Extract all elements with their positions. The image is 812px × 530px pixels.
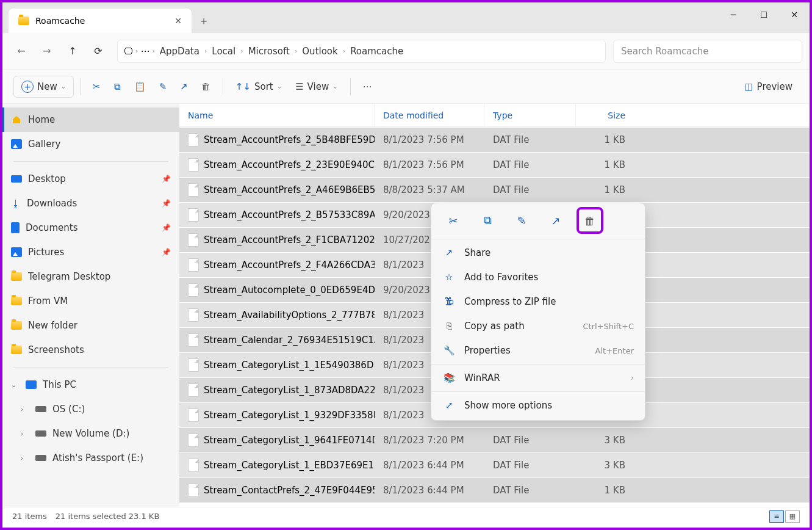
rename-button[interactable]: ✎ xyxy=(153,76,173,98)
sidebar-item-pinned[interactable]: ⭳Downloads📌 xyxy=(2,191,179,216)
file-size: 1 KB xyxy=(576,159,634,170)
minimize-button[interactable]: ─ xyxy=(718,2,749,27)
ctx-more-options[interactable]: ⤢ Show more options xyxy=(431,393,645,418)
chevron-right-icon[interactable]: › xyxy=(21,454,29,462)
crumb[interactable]: AppData xyxy=(157,46,202,57)
close-button[interactable]: ✕ xyxy=(779,2,810,27)
new-tab-button[interactable]: ＋ xyxy=(192,9,216,33)
copy-button[interactable]: ⧉ xyxy=(108,76,127,98)
folder-icon xyxy=(11,272,22,281)
file-icon xyxy=(188,383,199,397)
chevron-down-icon[interactable]: ⌄ xyxy=(11,381,20,389)
breadcrumb[interactable]: 🖵 › ⋯ › AppData› Local› Microsoft› Outlo… xyxy=(117,40,606,63)
table-row[interactable]: Stream_AccountPrefs_2_A46E9B6EB5DB2...8/… xyxy=(179,177,810,202)
path-icon: ⎘ xyxy=(442,321,456,332)
sort-button[interactable]: ↑↓ Sort ⌄ xyxy=(229,76,288,98)
ctx-copy-path[interactable]: ⎘ Copy as path Ctrl+Shift+C xyxy=(431,314,645,338)
folder-icon xyxy=(11,346,22,354)
sidebar-item-pinned[interactable]: From VM xyxy=(2,289,179,313)
ctx-copy-button[interactable]: ⧉ xyxy=(476,209,498,231)
table-row[interactable]: Stream_ContactPrefs_2_47E9F044E95CA0...8… xyxy=(179,477,810,503)
view-button[interactable]: ☰ View ⌄ xyxy=(289,76,343,98)
table-row[interactable]: Stream_CategoryList_1_9641FE0714D609...8… xyxy=(179,427,810,452)
sidebar-item-drive[interactable]: ›Atish's Passport (E:) xyxy=(2,446,179,470)
refresh-button[interactable]: ⟳ xyxy=(87,40,110,63)
table-row[interactable]: Stream_AccountPrefs_2_23E90E940C61A...8/… xyxy=(179,152,810,177)
view-details-button[interactable]: ≡ xyxy=(769,510,784,523)
file-icon xyxy=(188,158,199,172)
sidebar-item-pinned[interactable]: Screenshots xyxy=(2,338,179,362)
sidebar-item-pinned[interactable]: Pictures📌 xyxy=(2,240,179,264)
crumb[interactable]: Microsoft xyxy=(246,46,292,57)
table-row[interactable]: Stream_CategoryList_1_EBD37E69E185B6...8… xyxy=(179,452,810,477)
file-type: DAT File xyxy=(484,134,576,145)
file-name: Stream_Calendar_2_76934E51519C1A4EA... xyxy=(204,335,375,346)
chevron-right-icon[interactable]: › xyxy=(21,405,29,413)
file-name: Stream_AccountPrefs_2_A46E9B6EB5DB2... xyxy=(204,184,375,195)
tab-title: Roamcache xyxy=(35,16,85,26)
delete-button[interactable]: 🗑 xyxy=(195,76,217,98)
ctx-compress[interactable]: 🗜 Compress to ZIP file xyxy=(431,289,645,314)
ctx-share-button[interactable]: ↗ xyxy=(545,209,567,231)
sidebar-item-pinned[interactable]: Documents📌 xyxy=(2,216,179,240)
view-icons-button[interactable]: ▦ xyxy=(785,510,800,523)
file-name: Stream_CategoryList_1_9641FE0714D609... xyxy=(204,435,375,446)
chevron-right-icon[interactable]: › xyxy=(21,430,29,438)
crumb[interactable]: Outlook xyxy=(300,46,340,57)
folder-icon xyxy=(11,297,22,305)
close-tab-icon[interactable]: ✕ xyxy=(174,16,182,26)
ellipsis-icon[interactable]: ⋯ xyxy=(140,46,149,57)
column-date[interactable]: Date modified xyxy=(375,104,484,126)
column-name[interactable]: Name xyxy=(179,104,375,126)
ctx-rename-button[interactable]: ✎ xyxy=(511,209,533,231)
ctx-delete-button[interactable]: 🗑 xyxy=(579,209,601,231)
sidebar-item-home[interactable]: Home xyxy=(2,107,179,132)
ctx-favorites[interactable]: ☆ Add to Favorites xyxy=(431,265,645,289)
more-button[interactable]: ⋯ xyxy=(357,76,378,98)
pin-icon: 📌 xyxy=(162,199,171,208)
star-icon: ☆ xyxy=(442,272,456,283)
column-type[interactable]: Type xyxy=(484,104,576,126)
share-button[interactable]: ↗ xyxy=(174,76,194,98)
file-type: DAT File xyxy=(484,159,576,170)
sidebar-item-drive[interactable]: ›New Volume (D:) xyxy=(2,421,179,446)
file-icon xyxy=(188,333,199,347)
forward-button[interactable]: → xyxy=(35,40,59,63)
trash-icon: 🗑 xyxy=(201,81,210,92)
ctx-cut-button[interactable]: ✂ xyxy=(442,209,464,231)
sidebar-item-drive[interactable]: ›OS (C:) xyxy=(2,397,179,421)
back-button[interactable]: ← xyxy=(10,40,33,63)
status-items: 21 items xyxy=(12,512,47,521)
file-date: 8/1/2023 7:20 PM xyxy=(375,435,484,446)
winrar-icon: 📚 xyxy=(442,372,456,383)
file-date: 8/1/2023 6:44 PM xyxy=(375,485,484,496)
column-size[interactable]: Size xyxy=(576,104,634,126)
file-size: 3 KB xyxy=(576,435,634,446)
ctx-share[interactable]: ↗ Share xyxy=(431,241,645,265)
expand-icon: ⤢ xyxy=(442,400,456,411)
gallery-icon xyxy=(11,139,22,149)
search-input[interactable]: Search Roamcache xyxy=(613,40,802,63)
file-name: Stream_AccountPrefs_2_23E90E940C61A... xyxy=(204,159,375,170)
crumb[interactable]: Roamcache xyxy=(348,46,406,57)
sidebar-item-gallery[interactable]: Gallery xyxy=(2,132,179,156)
ctx-properties[interactable]: 🔧 Properties Alt+Enter xyxy=(431,338,645,363)
paste-button[interactable]: 📋 xyxy=(128,76,152,98)
sidebar-item-pinned[interactable]: Telegram Desktop xyxy=(2,264,179,289)
table-row[interactable]: Stream_AccountPrefs_2_5B48BFE59D2DD...8/… xyxy=(179,127,810,152)
pin-icon: 📌 xyxy=(162,175,171,183)
preview-button[interactable]: ◫ Preview xyxy=(738,76,799,98)
sidebar-item-pinned[interactable]: New folder xyxy=(2,313,179,338)
maximize-button[interactable]: ☐ xyxy=(749,2,779,27)
sidebar-item-thispc[interactable]: ⌄ This PC xyxy=(2,372,179,397)
up-button[interactable]: ↑ xyxy=(61,40,84,63)
sidebar-item-pinned[interactable]: Desktop📌 xyxy=(2,167,179,191)
crumb[interactable]: Local xyxy=(209,46,238,57)
ctx-winrar[interactable]: 📚 WinRAR › xyxy=(431,366,645,390)
rename-icon: ✎ xyxy=(159,81,167,92)
scissors-icon: ✂ xyxy=(93,81,101,92)
new-button[interactable]: + New ⌄ xyxy=(13,76,74,98)
cut-button[interactable]: ✂ xyxy=(87,76,107,98)
window-tab[interactable]: Roamcache ✕ xyxy=(9,9,192,33)
scissors-icon: ✂ xyxy=(448,214,458,227)
